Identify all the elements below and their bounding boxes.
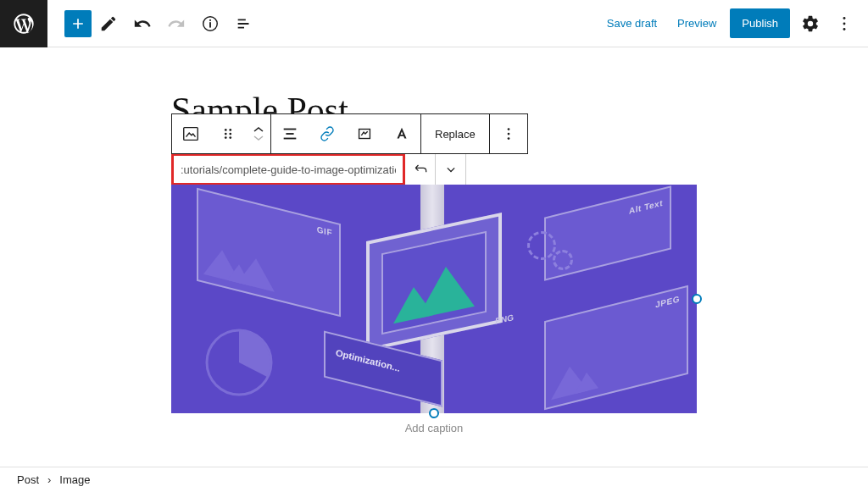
editor-canvas: Sample Post <box>0 47 868 467</box>
png-label: PNG <box>495 312 514 326</box>
alt-label: Alt Text <box>629 198 663 216</box>
align-icon <box>281 124 299 143</box>
gear-icon <box>801 14 820 33</box>
svg-point-3 <box>843 17 846 19</box>
svg-rect-15 <box>284 138 297 140</box>
link-popover <box>171 153 697 185</box>
replace-button[interactable]: Replace <box>421 114 489 153</box>
redo-button[interactable] <box>159 7 193 41</box>
add-block-button[interactable] <box>64 10 92 37</box>
opt-label: Optimization... <box>336 347 400 373</box>
wp-logo[interactable] <box>0 0 47 47</box>
image-content: GIF Alt Text JPEG <box>171 185 697 413</box>
crop-icon <box>355 124 374 143</box>
block-breadcrumb: Post › Image <box>0 467 868 492</box>
block-more-button[interactable] <box>490 114 527 153</box>
svg-point-19 <box>507 137 509 140</box>
svg-point-4 <box>843 22 846 25</box>
svg-rect-13 <box>284 129 297 130</box>
outline-button[interactable] <box>227 7 261 41</box>
text-overlay-icon <box>392 124 411 143</box>
svg-point-17 <box>507 128 509 130</box>
settings-button[interactable] <box>793 7 827 41</box>
svg-rect-2 <box>209 19 211 20</box>
redo-icon <box>167 14 186 33</box>
pencil-icon <box>99 14 118 33</box>
svg-point-8 <box>229 129 231 131</box>
svg-point-11 <box>225 136 227 139</box>
illustration-center-frame: PNG <box>366 213 502 351</box>
chevron-down-icon <box>253 134 264 142</box>
illustration-gears <box>527 231 578 274</box>
breadcrumb-separator: › <box>47 473 51 486</box>
breadcrumb-current[interactable]: Image <box>59 473 90 486</box>
resize-handle-right[interactable] <box>692 294 702 304</box>
svg-point-5 <box>843 27 846 30</box>
kebab-icon <box>835 14 854 33</box>
block-type-image-button[interactable] <box>172 114 209 153</box>
chevron-up-icon <box>253 125 264 134</box>
breadcrumb-root[interactable]: Post <box>17 473 39 486</box>
image-icon <box>181 124 200 143</box>
illustration-jpeg-card: JPEG <box>544 285 688 410</box>
resize-handle-bottom[interactable] <box>429 408 439 418</box>
jpeg-label: JPEG <box>655 294 680 309</box>
svg-point-10 <box>229 133 231 135</box>
wordpress-icon <box>12 12 36 36</box>
save-draft-button[interactable]: Save draft <box>597 10 667 36</box>
gif-label: GIF <box>317 224 332 238</box>
illustration-pie <box>201 324 277 401</box>
image-caption[interactable]: Add caption <box>171 422 697 434</box>
link-button[interactable] <box>309 114 346 153</box>
svg-point-9 <box>225 133 227 135</box>
link-apply-button[interactable] <box>405 153 436 185</box>
svg-rect-1 <box>209 22 211 27</box>
block-toolbar: Replace <box>171 113 528 154</box>
link-settings-toggle[interactable] <box>436 153 466 185</box>
link-url-input[interactable] <box>181 163 396 176</box>
drag-handle[interactable] <box>209 114 247 153</box>
top-toolbar: Save draft Preview Publish <box>0 0 868 47</box>
align-button[interactable] <box>271 114 309 153</box>
svg-point-12 <box>229 136 231 139</box>
svg-point-7 <box>225 129 227 131</box>
kebab-icon <box>499 124 518 143</box>
svg-rect-14 <box>286 133 293 135</box>
undo-button[interactable] <box>125 7 159 41</box>
move-arrows[interactable] <box>247 114 270 153</box>
plus-icon <box>70 15 86 32</box>
illustration-gif-card: GIF <box>197 188 341 317</box>
publish-button[interactable]: Publish <box>730 8 790 38</box>
crop-button[interactable] <box>346 114 383 153</box>
return-icon <box>412 161 429 178</box>
chevron-down-icon <box>442 161 459 178</box>
image-block[interactable]: GIF Alt Text JPEG <box>171 185 697 413</box>
drag-icon <box>219 124 237 143</box>
more-menu-button[interactable] <box>827 7 861 41</box>
list-view-icon <box>235 14 253 33</box>
undo-icon <box>133 14 152 33</box>
edit-mode-button[interactable] <box>92 7 125 41</box>
preview-button[interactable]: Preview <box>667 10 726 36</box>
info-button[interactable] <box>193 7 227 41</box>
svg-point-18 <box>507 133 509 135</box>
link-icon <box>318 124 337 143</box>
text-overlay-button[interactable] <box>383 114 420 153</box>
info-icon <box>201 14 220 33</box>
link-input-highlight <box>171 153 405 185</box>
